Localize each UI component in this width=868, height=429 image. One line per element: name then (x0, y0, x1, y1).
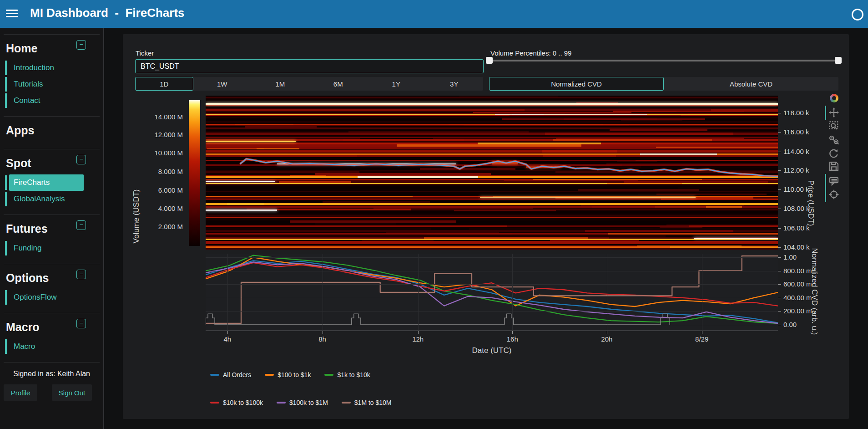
section-title: Home (6, 42, 103, 55)
range-button-1d[interactable]: 1D (135, 77, 193, 91)
accent-bar (5, 93, 7, 108)
reset-axes-icon[interactable] (829, 148, 839, 158)
collapse-icon[interactable]: − (76, 319, 86, 328)
signout-button[interactable]: Sign Out (52, 384, 92, 401)
price-tick-label: 118.00 k (783, 109, 809, 117)
hamburger-menu-icon[interactable] (6, 8, 18, 20)
volume-percentiles-slider[interactable] (489, 60, 838, 61)
x-tickmark (323, 331, 323, 334)
divider (4, 362, 100, 363)
volume-tick-label: 12.000 M (128, 131, 183, 138)
cvd-tick-label: 200.00 m (783, 307, 812, 315)
profile-button[interactable]: Profile (4, 384, 37, 401)
x-tickmark (607, 331, 607, 334)
range-button-1y[interactable]: 1Y (367, 77, 425, 91)
collapse-icon[interactable]: − (76, 40, 86, 50)
cvd-button-absolute-cvd[interactable]: Absolute CVD (664, 77, 838, 91)
legend-label: $100k to $1M (289, 399, 328, 406)
cvd-series-overlay (206, 254, 778, 330)
legend-swatch (210, 402, 219, 403)
x-tick-label: 4h (214, 335, 241, 343)
price-tickmark (778, 132, 781, 133)
volume-tick-label: 10.000 M (128, 149, 183, 157)
sidebar-item-macro[interactable]: Macro (5, 338, 103, 355)
signed-in-text: Signed in as: Keith Alan (0, 370, 103, 378)
sidebar-section-apps: Apps (0, 117, 103, 144)
slider-handle-max[interactable] (835, 57, 842, 64)
sidebar-item-funding[interactable]: Funding (5, 240, 103, 256)
fire-heatmap[interactable] (206, 96, 778, 250)
x-tick-label: 8h (309, 335, 336, 343)
legend-item--10k-to-100k[interactable]: $10k to $100k (210, 399, 263, 406)
price-line-overlay (206, 96, 778, 250)
account-buttons: Profile Sign Out (4, 384, 103, 401)
legend-item-all-orders[interactable]: All Orders (210, 371, 251, 378)
plotly-logo-icon[interactable] (830, 94, 838, 102)
collapse-icon[interactable]: − (76, 155, 86, 164)
accent-bar (5, 192, 7, 206)
sidebar-item-tutorials[interactable]: Tutorials (5, 76, 103, 92)
sidebar-section-futures: Futures−Funding (0, 215, 103, 259)
accent-bar (5, 339, 7, 354)
cvd-tickmark (778, 284, 781, 285)
legend-swatch (277, 402, 286, 403)
save-icon[interactable] (829, 161, 839, 171)
vertical-gridline (607, 254, 607, 330)
status-circle-icon[interactable] (852, 9, 863, 20)
sidebar-item-label: Contact (14, 96, 40, 105)
collapse-icon[interactable]: − (76, 270, 86, 279)
volume-tick-label: 4.000 M (128, 204, 183, 212)
sidebar-item-introduction[interactable]: Introduction (5, 60, 103, 76)
legend-item--100k-to-1m[interactable]: $100k to $1M (277, 399, 328, 406)
price-tick-label: 108.00 k (783, 204, 810, 212)
legend-item--100-to-1k[interactable]: $100 to $1k (265, 371, 311, 378)
price-tick-label: 110.00 k (783, 185, 809, 193)
range-button-3y[interactable]: 3Y (425, 77, 484, 91)
horizontal-gridline (206, 298, 778, 298)
sidebar-item-globalanalysis[interactable]: GlobalAnalysis (5, 191, 103, 207)
price-tick-label: 116.00 k (783, 128, 809, 136)
x-tick-label: 12h (404, 335, 432, 343)
sidebar-item-contact[interactable]: Contact (5, 92, 103, 109)
price-tickmark (778, 152, 781, 152)
legend-item--1k-to-10k[interactable]: $1k to $10k (324, 371, 370, 378)
price-tickmark (778, 228, 781, 229)
x-tick-label: 16h (499, 335, 526, 343)
pan-icon[interactable] (829, 107, 839, 117)
price-tickmark (778, 113, 781, 113)
box-zoom-icon[interactable] (829, 121, 839, 131)
ticker-input[interactable] (135, 59, 484, 73)
range-button-1w[interactable]: 1W (193, 77, 252, 91)
sidebar-item-label: Macro (14, 342, 35, 351)
section-title: Spot (6, 157, 103, 170)
crosshair-icon[interactable] (829, 189, 839, 199)
firecharts-app: MI Dashboard - FireCharts Home−Introduct… (0, 0, 868, 429)
volume-tick-label: 6.000 M (128, 186, 183, 194)
horizontal-gridline (206, 284, 778, 285)
ticker-label: Ticker (136, 49, 154, 57)
legend-swatch (324, 374, 333, 376)
sidebar-item-firecharts[interactable]: FireCharts (5, 174, 103, 191)
slider-handle-min[interactable] (486, 57, 493, 64)
legend-label: $1M to $10M (354, 399, 392, 406)
vertical-gridline (418, 254, 419, 330)
sidebar-section-home: Home−IntroductionTutorialsContact (0, 35, 103, 112)
collapse-icon[interactable]: − (76, 220, 86, 230)
range-button-6m[interactable]: 6M (309, 77, 368, 91)
hover-tooltip-icon[interactable] (829, 176, 839, 186)
sidebar-item-optionsflow[interactable]: OptionsFlow (5, 289, 103, 306)
cvd-line-chart[interactable] (206, 254, 778, 331)
volume-tick-label: 8.000 M (128, 168, 183, 175)
legend-item--1m-to-10m[interactable]: $1M to $10M (342, 399, 392, 406)
cvd-tick-label: 400.00 m (783, 294, 812, 301)
sidebar-item-label: Tutorials (14, 80, 43, 89)
cvd-button-normalized-cvd[interactable]: Normalized CVD (489, 77, 664, 91)
horizontal-gridline (206, 311, 778, 312)
zoom-in-out-icon[interactable] (829, 135, 839, 145)
modebar-separator (825, 174, 826, 202)
app-header: MI Dashboard - FireCharts (0, 0, 868, 28)
legend-label: $10k to $100k (223, 399, 263, 406)
range-button-1m[interactable]: 1M (251, 77, 309, 91)
sidebar-item-label: OptionsFlow (14, 293, 56, 302)
accent-bar (5, 175, 7, 190)
